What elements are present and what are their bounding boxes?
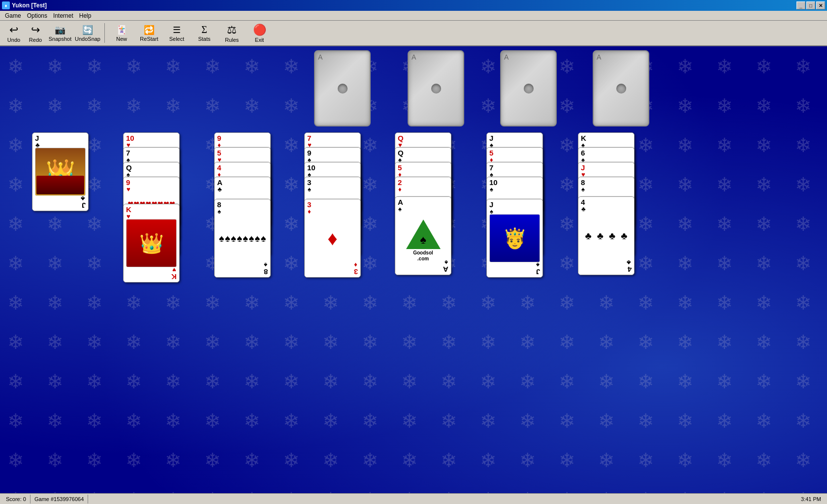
undo-button[interactable]: ↩ Undo (4, 22, 24, 44)
foundation-4-suit: A (597, 53, 601, 61)
foundation-1-suit: A (318, 53, 322, 61)
card-rank-bottom: J (82, 202, 86, 209)
card-jack-spades-face[interactable]: J ♠ 🤴 J ♠ (486, 199, 543, 278)
redo-button[interactable]: ↪ Redo (26, 22, 45, 44)
minimize-button[interactable]: _ (796, 1, 805, 9)
restart-button[interactable]: 🔁 ReStart (136, 22, 162, 44)
card-rank: J (35, 134, 39, 142)
titlebar-buttons: _ □ ✕ (796, 1, 825, 9)
select-icon: ☰ (173, 25, 181, 35)
foundation-pile-1[interactable]: A (314, 50, 371, 126)
new-icon: 🃏 (116, 25, 127, 35)
foundation-2-suit: A (412, 53, 416, 61)
card-jack-clubs[interactable]: J ♣ 👑 J ♣ (32, 132, 89, 211)
game-area[interactable]: A A A A J ♣ 👑 J ♣ (0, 46, 827, 504)
card-rank: 10 (126, 134, 134, 142)
foundation-pile-2[interactable]: A (408, 50, 464, 126)
current-time: 3:41 PM (801, 496, 821, 502)
time-display: 3:41 PM (797, 496, 825, 503)
menu-options[interactable]: Options (24, 12, 50, 20)
rules-button[interactable]: ⚖ Rules (219, 22, 245, 44)
card-3-diamonds[interactable]: 3 ♦ ♦ 3 ♦ (304, 199, 361, 278)
menubar: Game Options Internet Help (0, 11, 827, 21)
menu-game[interactable]: Game (2, 12, 24, 20)
game-number-label: Game #1539976064 (34, 496, 84, 502)
app-icon: ♦ (2, 1, 10, 9)
restart-label: ReStart (140, 36, 158, 42)
statusbar: Score: 0 Game #1539976064 3:41 PM (0, 493, 827, 504)
maximize-button[interactable]: □ (806, 1, 815, 9)
redo-label: Redo (29, 37, 42, 43)
foundation-pile-3[interactable]: A (500, 50, 557, 126)
undosnap-label: UndoSnap (75, 36, 100, 42)
close-button[interactable]: ✕ (816, 1, 825, 9)
card-face: J ♣ 👑 J ♣ (32, 133, 88, 211)
new-button[interactable]: 🃏 New (109, 22, 134, 44)
stats-label: Stats (198, 36, 210, 42)
snapshot-icon: 📷 (55, 25, 65, 35)
menu-internet[interactable]: Internet (50, 12, 76, 20)
exit-button[interactable]: 🔴 Exit (247, 22, 272, 44)
card-8-spades[interactable]: 8 ♠ ♠♠ ♠♠ ♠♠ ♠♠ 8 ♠ (214, 199, 271, 278)
game-number-display: Game #1539976064 (31, 495, 88, 504)
titlebar-left: ♦ Yukon [Test] (2, 1, 47, 9)
toolbar-separator-1 (104, 23, 105, 43)
card-king-hearts[interactable]: K ♥ 👑 K ♥ (123, 204, 180, 283)
score-label: Score: 0 (6, 496, 26, 502)
foundation-3-suit: A (504, 53, 509, 61)
card-suit-bottom: ♣ (81, 195, 85, 202)
stats-icon: Σ (201, 24, 207, 35)
undo-label: Undo (7, 37, 20, 43)
titlebar: ♦ Yukon [Test] _ □ ✕ (0, 0, 827, 11)
redo-icon: ↪ (31, 24, 40, 36)
snapshot-button[interactable]: 📷 Snapshot (47, 22, 73, 44)
snapshot-label: Snapshot (49, 36, 71, 42)
exit-icon: 🔴 (253, 24, 266, 36)
undo-icon: ↩ (9, 24, 18, 36)
exit-label: Exit (255, 37, 264, 43)
card-ace-spades-goodsol[interactable]: A ♠ ♠ Goodsol.com A ♠ (395, 196, 451, 275)
rules-icon: ⚖ (227, 24, 237, 36)
new-label: New (116, 36, 127, 42)
window-title: Yukon [Test] (12, 2, 47, 9)
undosnap-icon: 🔄 (82, 25, 93, 35)
card-4-clubs[interactable]: 4 ♣ ♣♣ ♣♣ 4 ♣ (578, 196, 635, 275)
restart-icon: 🔁 (144, 25, 155, 35)
rules-label: Rules (225, 37, 239, 43)
select-label: Select (169, 36, 185, 42)
stats-button[interactable]: Σ Stats (191, 22, 217, 44)
toolbar: ↩ Undo ↪ Redo 📷 Snapshot 🔄 UndoSnap 🃏 Ne… (0, 21, 827, 46)
foundation-pile-4[interactable]: A (593, 50, 649, 126)
score-display: Score: 0 (2, 495, 31, 504)
select-button[interactable]: ☰ Select (164, 22, 190, 44)
menu-help[interactable]: Help (76, 12, 95, 20)
undosnap-button[interactable]: 🔄 UndoSnap (75, 22, 100, 44)
